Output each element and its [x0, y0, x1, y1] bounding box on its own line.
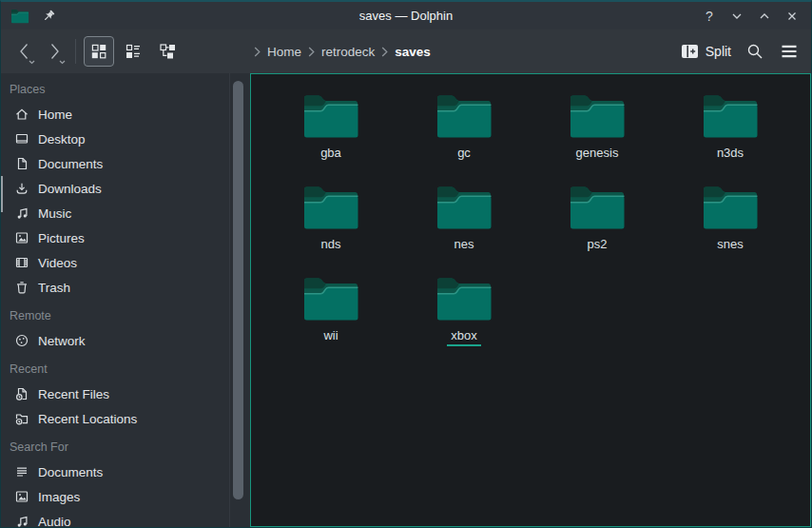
folder-item-wii[interactable]: wii — [264, 266, 397, 358]
split-view-icon — [681, 44, 699, 59]
text-lines-icon — [14, 464, 29, 479]
image-icon — [14, 489, 29, 504]
chevron-separator-icon — [308, 47, 315, 57]
split-button[interactable]: Split — [681, 44, 731, 59]
folder-icon — [435, 275, 493, 323]
music-icon — [14, 514, 29, 527]
sidebar-item-documents[interactable]: Documents — [1, 151, 250, 176]
folder-item-gc[interactable]: gc — [397, 84, 531, 175]
folder-item-gba[interactable]: gba — [264, 84, 397, 175]
recent-folder-icon — [14, 411, 29, 426]
sidebar-item-music[interactable]: Music — [1, 201, 250, 225]
sidebar-item-desktop[interactable]: Desktop — [1, 127, 250, 151]
document-icon — [14, 156, 29, 171]
folder-icon — [701, 184, 760, 231]
folder-name: gc — [454, 146, 474, 164]
sidebar-item-recent-files[interactable]: Recent Files — [1, 381, 250, 406]
maximize-button[interactable] — [755, 7, 774, 26]
folder-item-nds[interactable]: nds — [264, 175, 397, 266]
folder-icon — [301, 184, 360, 231]
places-panel: Places Home Desktop Documents Downloads … — [1, 73, 250, 527]
sidebar-item-search-images[interactable]: Images — [1, 484, 250, 509]
caret-down-icon — [29, 60, 35, 65]
recent-file-icon — [14, 386, 29, 401]
forward-button[interactable] — [43, 36, 66, 67]
app-folder-icon — [10, 9, 29, 24]
breadcrumb: Home retrodeck saves — [254, 29, 431, 73]
toolbar-separator — [75, 39, 76, 64]
sidebar-item-search-audio[interactable]: Audio — [1, 509, 250, 527]
titlebar: saves — Dolphin ? — [1, 2, 811, 29]
chevron-right-icon — [49, 43, 60, 60]
help-button[interactable]: ? — [700, 7, 719, 26]
icons-view-button[interactable] — [84, 36, 114, 67]
tree-view-button[interactable] — [152, 36, 183, 67]
tree-view-icon — [159, 43, 176, 60]
folder-icon — [435, 92, 493, 140]
section-header-remote: Remote — [1, 303, 250, 328]
section-header-recent: Recent — [1, 357, 250, 381]
pin-icon[interactable] — [41, 9, 56, 24]
sidebar-item-search-documents[interactable]: Documents — [1, 460, 250, 484]
sidebar-item-network[interactable]: Network — [1, 328, 250, 353]
music-icon — [14, 205, 29, 221]
folder-icon — [701, 92, 760, 140]
window-title: saves — Dolphin — [1, 9, 811, 23]
details-view-button[interactable] — [118, 36, 148, 67]
details-view-icon — [125, 43, 142, 60]
section-header-places: Places — [1, 77, 250, 102]
folder-name: xbox — [447, 328, 480, 346]
folder-item-snes[interactable]: snes — [664, 175, 797, 266]
folder-name: nds — [318, 237, 345, 255]
folder-item-ps2[interactable]: ps2 — [531, 175, 664, 266]
close-button[interactable] — [783, 7, 802, 26]
trash-icon — [14, 280, 29, 295]
breadcrumb-item-home[interactable]: Home — [267, 45, 301, 59]
caret-down-icon — [59, 60, 66, 65]
back-button[interactable] — [12, 36, 35, 67]
folder-item-genesis[interactable]: genesis — [531, 84, 664, 175]
folder-grid: gba gc genesis n3ds nds nes ps2 snes wii… — [251, 74, 810, 358]
search-icon — [746, 43, 764, 60]
folder-name: ps2 — [584, 237, 611, 255]
download-icon — [14, 181, 29, 196]
sidebar-item-downloads[interactable]: Downloads — [1, 176, 250, 201]
menu-button[interactable] — [779, 41, 800, 62]
folder-icon — [435, 184, 493, 231]
home-icon — [14, 107, 29, 122]
network-icon — [14, 333, 29, 348]
video-icon — [14, 255, 29, 270]
folder-icon — [301, 275, 360, 323]
folder-name: wii — [319, 328, 341, 346]
folder-icon — [568, 92, 627, 140]
folder-item-xbox[interactable]: xbox — [397, 266, 531, 358]
folder-icon — [568, 184, 627, 231]
folder-item-n3ds[interactable]: n3ds — [664, 84, 797, 175]
panel-edge-handle[interactable] — [1, 176, 3, 212]
chevron-left-icon — [19, 43, 29, 60]
toolbar: Home retrodeck saves Split — [1, 29, 811, 73]
sidebar-item-trash[interactable]: Trash — [1, 275, 250, 300]
folder-name: genesis — [572, 146, 623, 164]
icons-view-icon — [90, 43, 107, 60]
sidebar-item-recent-locations[interactable]: Recent Locations — [1, 406, 250, 431]
dolphin-window: saves — Dolphin ? Home retrodeck saves — [0, 0, 812, 528]
sidebar-scrollbar[interactable] — [233, 81, 243, 499]
folder-name: gba — [317, 146, 345, 164]
sidebar-item-home[interactable]: Home — [1, 102, 250, 127]
search-button[interactable] — [744, 41, 765, 62]
sidebar-item-videos[interactable]: Videos — [1, 250, 250, 275]
sidebar-item-pictures[interactable]: Pictures — [1, 225, 250, 250]
folder-item-nes[interactable]: nes — [397, 175, 531, 266]
breadcrumb-item-retrodeck[interactable]: retrodeck — [321, 45, 375, 59]
chevron-separator-icon — [254, 47, 261, 57]
folder-name: nes — [451, 237, 478, 255]
minimize-button[interactable] — [727, 7, 746, 26]
section-header-search-for: Search For — [1, 435, 250, 460]
folder-view[interactable]: gba gc genesis n3ds nds nes ps2 snes wii… — [250, 73, 811, 527]
desktop-icon — [14, 131, 29, 147]
folder-icon — [301, 92, 360, 140]
folder-name: n3ds — [713, 146, 747, 164]
breadcrumb-current[interactable]: saves — [395, 45, 431, 59]
image-icon — [14, 230, 29, 245]
